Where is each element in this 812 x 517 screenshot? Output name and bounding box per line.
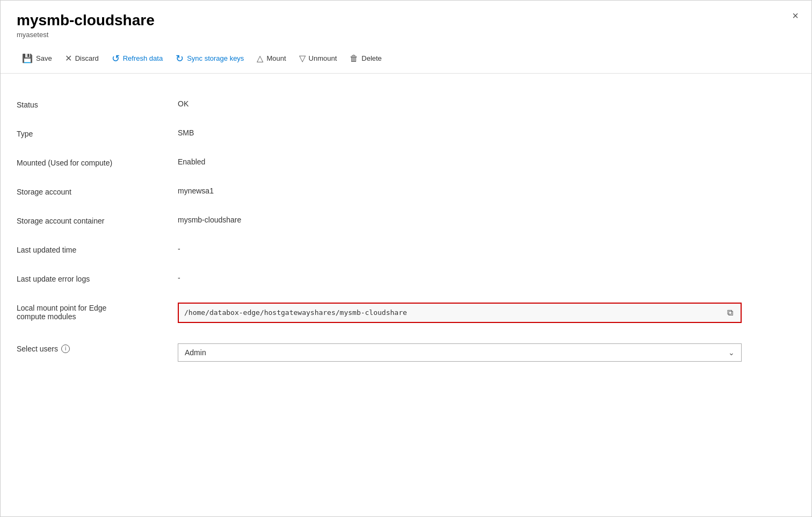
discard-icon: ✕ xyxy=(65,53,72,63)
select-users-value: Admin ⌄ xyxy=(178,343,795,362)
field-row: Last update error logs - xyxy=(17,264,795,293)
field-value: SMB xyxy=(178,128,795,137)
fields-container: Status OK Type SMB Mounted (Used for com… xyxy=(17,90,795,293)
panel: × mysmb-cloudshare myasetest 💾 Save ✕ Di… xyxy=(0,0,812,517)
field-label: Storage account container xyxy=(17,216,178,225)
content-area: Status OK Type SMB Mounted (Used for com… xyxy=(1,74,811,387)
field-row: Mounted (Used for compute) Enabled xyxy=(17,148,795,177)
field-label: Last update error logs xyxy=(17,274,178,283)
panel-header: mysmb-cloudshare myasetest xyxy=(1,1,811,39)
local-mount-value: /home/databox-edge/hostgatewayshares/mys… xyxy=(178,303,795,323)
select-users-label-container: Select users i xyxy=(17,343,178,353)
discard-button[interactable]: ✕ Discard xyxy=(60,50,104,67)
selected-user: Admin xyxy=(185,348,728,357)
field-value: OK xyxy=(178,99,795,108)
select-users-label: Select users xyxy=(17,344,58,353)
select-users-row: Select users i Admin ⌄ xyxy=(17,333,795,371)
unmount-button[interactable]: ▽ Unmount xyxy=(294,50,343,67)
local-mount-box: /home/databox-edge/hostgatewayshares/mys… xyxy=(178,303,742,323)
field-row: Type SMB xyxy=(17,119,795,148)
unmount-icon: ▽ xyxy=(299,53,306,63)
field-value: - xyxy=(178,245,795,253)
panel-subtitle: myasetest xyxy=(17,31,795,39)
field-value: mynewsa1 xyxy=(178,186,795,195)
field-value: mysmb-cloudshare xyxy=(178,216,795,224)
field-label: Mounted (Used for compute) xyxy=(17,157,178,167)
save-button[interactable]: 💾 Save xyxy=(17,50,57,67)
field-value: - xyxy=(178,274,795,282)
field-row: Storage account mynewsa1 xyxy=(17,177,795,206)
field-value: Enabled xyxy=(178,157,795,166)
sync-icon: ↻ xyxy=(176,53,184,64)
mount-button[interactable]: △ Mount xyxy=(251,50,291,67)
delete-button[interactable]: 🗑 Delete xyxy=(344,51,387,67)
field-row: Status OK xyxy=(17,90,795,119)
field-label: Status xyxy=(17,99,178,109)
field-label: Last updated time xyxy=(17,245,178,254)
refresh-button[interactable]: ↺ Refresh data xyxy=(106,49,168,68)
select-users-dropdown[interactable]: Admin ⌄ xyxy=(178,343,742,362)
copy-icon[interactable]: ⧉ xyxy=(725,308,735,318)
local-mount-path: /home/databox-edge/hostgatewayshares/mys… xyxy=(184,308,725,317)
field-row: Storage account container mysmb-cloudsha… xyxy=(17,206,795,235)
refresh-icon: ↺ xyxy=(112,53,120,64)
mount-icon: △ xyxy=(257,53,263,63)
field-row: Last updated time - xyxy=(17,235,795,264)
delete-icon: 🗑 xyxy=(350,54,358,63)
close-button[interactable]: × xyxy=(792,10,799,21)
sync-button[interactable]: ↻ Sync storage keys xyxy=(170,49,249,68)
toolbar: 💾 Save ✕ Discard ↺ Refresh data ↻ Sync s… xyxy=(1,44,811,74)
field-label: Type xyxy=(17,128,178,138)
info-icon[interactable]: i xyxy=(61,344,70,353)
local-mount-label: Local mount point for Edge compute modul… xyxy=(17,303,178,321)
field-label: Storage account xyxy=(17,186,178,196)
save-icon: 💾 xyxy=(22,53,33,63)
local-mount-row: Local mount point for Edge compute modul… xyxy=(17,293,795,333)
panel-title: mysmb-cloudshare xyxy=(17,11,795,30)
chevron-down-icon: ⌄ xyxy=(728,348,735,357)
